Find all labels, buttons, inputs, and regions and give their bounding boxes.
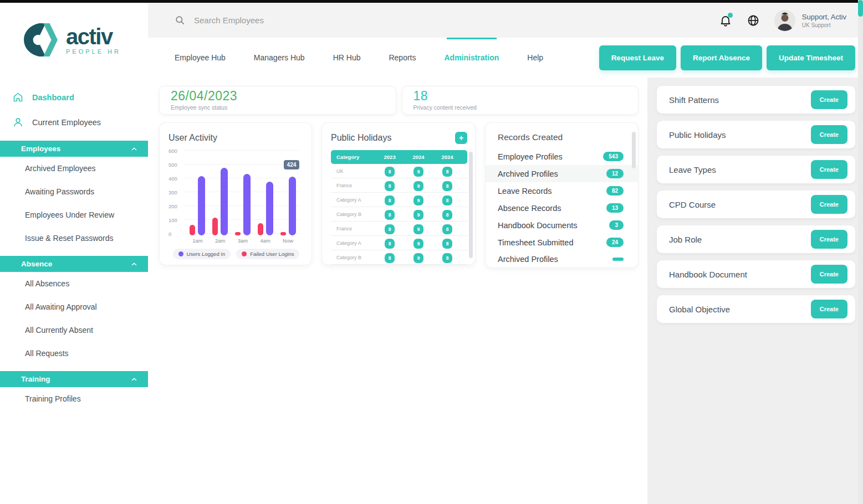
record-label: Absence Records xyxy=(498,204,561,213)
tab-help[interactable]: Help xyxy=(527,38,543,78)
sidebar-item-all-currently-absent[interactable]: All Currently Absent xyxy=(0,318,148,342)
add-holiday-button[interactable]: + xyxy=(455,132,467,144)
stat-value: 18 xyxy=(413,89,627,104)
user-name: Support, Activ xyxy=(802,13,846,21)
holiday-row-france-4[interactable]: France898 xyxy=(331,222,467,236)
quick-create-card-public-holidays: Public HolidaysCreate xyxy=(657,121,855,148)
tab-employee-hub[interactable]: Employee Hub xyxy=(175,38,226,78)
users-logged-in-bar[interactable] xyxy=(221,168,228,236)
create-cpd-course-button[interactable]: Create xyxy=(811,195,847,214)
holiday-row-category-a-7[interactable]: Category A898 xyxy=(331,265,467,265)
y-axis-tick: 500 xyxy=(168,162,177,168)
record-item-timesheet-submitted[interactable]: Timesheet Submitted24 xyxy=(486,234,638,251)
chart-title: User Activity xyxy=(168,133,304,143)
failed-user-logins-bar[interactable] xyxy=(235,232,241,235)
count-badge: 9 xyxy=(413,224,424,234)
record-item-absence-records[interactable]: Absence Records13 xyxy=(486,199,638,217)
holidays-table-header: Category202320242024 xyxy=(331,150,467,164)
record-label: Archived Profiles xyxy=(498,255,558,264)
nav-tabs: Employee HubManagers HubHR HubReportsAdm… xyxy=(175,38,543,78)
create-job-role-button[interactable]: Create xyxy=(811,230,847,249)
failed-user-logins-bar[interactable] xyxy=(190,225,195,235)
user-menu[interactable]: Support, Activ UK Support xyxy=(774,10,846,31)
create-global-objective-button[interactable]: Create xyxy=(811,300,847,318)
holiday-row-uk-0[interactable]: UK898 xyxy=(331,164,467,178)
search-input[interactable] xyxy=(193,15,370,25)
page-scrollbar-thumb[interactable] xyxy=(858,0,863,17)
create-handbook-document-button[interactable]: Create xyxy=(811,265,847,284)
count-badge: 9 xyxy=(413,210,424,220)
count-badge: 8 xyxy=(442,224,453,234)
failed-user-logins-bar[interactable] xyxy=(212,218,218,236)
sidebar-item-archived-employees[interactable]: Archived Employees xyxy=(0,157,148,180)
stat-label: Employee sync status xyxy=(171,104,385,111)
holidays-scrollbar[interactable] xyxy=(469,152,473,258)
notifications-button[interactable] xyxy=(719,14,732,27)
page-scrollbar[interactable] xyxy=(858,0,863,504)
failed-user-logins-bar[interactable] xyxy=(280,232,286,235)
holiday-cell: 8 xyxy=(433,238,462,249)
sidebar-item-current-employees[interactable]: Current Employees xyxy=(0,110,148,135)
tab-managers-hub[interactable]: Managers Hub xyxy=(254,38,305,78)
sidebar-item-all-requests[interactable]: All Requests xyxy=(0,342,148,365)
create-shift-patterns-button[interactable]: Create xyxy=(811,90,847,109)
count-badge: 8 xyxy=(385,253,395,263)
record-item-archived-profiles[interactable]: Archived Profiles12 xyxy=(486,165,638,182)
request-leave-button[interactable]: Request Leave xyxy=(599,45,676,70)
create-public-holidays-button[interactable]: Create xyxy=(811,125,847,144)
quick-create-card-leave-types: Leave TypesCreate xyxy=(657,156,855,183)
tab-administration[interactable]: Administration xyxy=(444,38,499,78)
holiday-cell: 9 xyxy=(404,194,433,205)
sidebar-item-dashboard[interactable]: Dashboard xyxy=(0,85,148,110)
update-timesheet-button[interactable]: Update Timesheet xyxy=(767,45,855,70)
count-badge: 9 xyxy=(413,239,424,249)
sidebar-item-employees-under-review[interactable]: Employees Under Review xyxy=(0,203,148,227)
users-logged-in-bar[interactable] xyxy=(243,174,251,235)
record-label: Leave Records xyxy=(498,187,552,196)
record-label: Employee Profiles xyxy=(498,152,563,161)
search-box[interactable] xyxy=(175,15,719,25)
sidebar-item-awaiting-passwords[interactable]: Awaiting Passwords xyxy=(0,180,148,203)
language-button[interactable] xyxy=(747,14,760,27)
record-item-employee-profiles[interactable]: Employee Profiles543 xyxy=(486,148,638,165)
column-header: 2023 xyxy=(375,154,404,160)
holiday-row-category-b-6[interactable]: Category B898 xyxy=(331,250,467,265)
tab-reports[interactable]: Reports xyxy=(389,38,416,78)
bar-group-4am: 4am xyxy=(254,151,277,234)
quick-create-label: Handbook Document xyxy=(669,270,747,279)
count-badge: 8 xyxy=(442,181,453,191)
users-logged-in-bar[interactable] xyxy=(289,177,296,235)
users-logged-in-bar[interactable] xyxy=(266,182,273,236)
record-item-handbook-documents[interactable]: Handbook Documents3 xyxy=(486,217,638,234)
sidebar-section-training[interactable]: Training xyxy=(0,371,148,387)
holiday-row-category-a-5[interactable]: Category A898 xyxy=(331,236,467,250)
topbar-right: Support, Activ UK Support xyxy=(719,10,846,31)
sidebar-item-all-absences[interactable]: All Absences xyxy=(0,272,148,295)
holidays-table: Category202320242024UK898France898Catego… xyxy=(331,150,467,265)
holiday-row-category-a-2[interactable]: Category A898 xyxy=(331,193,467,207)
holiday-row-france-1[interactable]: France898 xyxy=(331,178,467,193)
brand-tagline: PEOPLE HR xyxy=(66,48,121,55)
bar-chart: 01002003004005006001am2am3am4amNow424 xyxy=(168,151,302,234)
sidebar-item-training-profiles[interactable]: Training Profiles xyxy=(0,387,148,410)
record-item-archived-profiles[interactable]: Archived Profiles xyxy=(486,251,638,268)
quick-create-label: Job Role xyxy=(669,235,702,244)
count-badge: 9 xyxy=(413,253,424,263)
record-item-leave-records[interactable]: Leave Records82 xyxy=(486,182,638,199)
stat-card-privacy: 18 Privacy content received xyxy=(402,86,639,115)
sidebar-item-all-awaiting-approval[interactable]: All Awaiting Approval xyxy=(0,295,148,318)
holiday-cell: 9 xyxy=(404,252,433,263)
x-axis-label: 3am xyxy=(238,238,248,244)
sidebar-section-absence[interactable]: Absence xyxy=(0,256,148,272)
report-absence-button[interactable]: Report Absence xyxy=(681,45,762,70)
tab-hr-hub[interactable]: HR Hub xyxy=(333,38,361,78)
search-icon xyxy=(175,15,185,25)
holiday-row-category-b-3[interactable]: Category B898 xyxy=(331,207,467,222)
quick-create-label: Leave Types xyxy=(669,165,716,174)
failed-user-logins-bar[interactable] xyxy=(258,223,263,236)
users-logged-in-bar[interactable] xyxy=(198,176,205,236)
create-leave-types-button[interactable]: Create xyxy=(811,160,847,179)
sidebar-item-issue-reset-passwords[interactable]: Issue & Reset Passwords xyxy=(0,227,148,250)
sidebar-section-employees[interactable]: Employees xyxy=(0,141,148,157)
records-scrollbar[interactable] xyxy=(632,132,636,168)
